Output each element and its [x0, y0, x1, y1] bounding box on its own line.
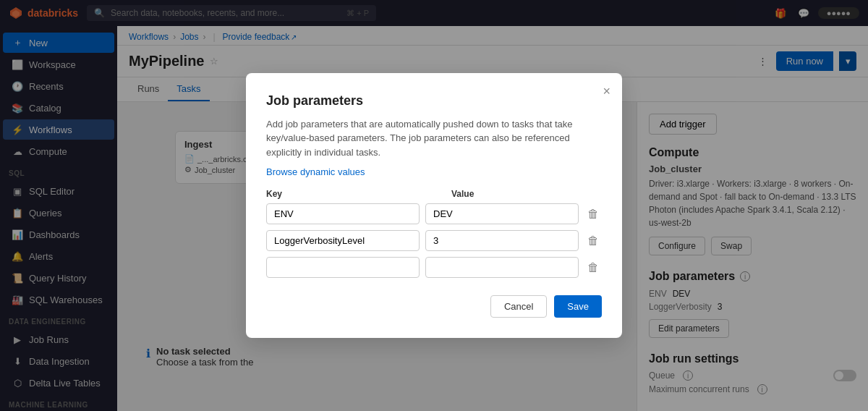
param-1-key-input[interactable]: [266, 203, 420, 224]
params-header: Key Value: [266, 189, 602, 199]
param-3-key-input[interactable]: [266, 257, 420, 278]
param-2-delete-button[interactable]: 🗑: [584, 232, 602, 250]
modal-title: Job parameters: [266, 93, 602, 109]
param-row-2: 🗑: [266, 230, 602, 251]
param-3-value-input[interactable]: [425, 257, 579, 278]
job-parameters-modal: Job parameters × Add job parameters that…: [246, 73, 622, 339]
value-header: Value: [451, 189, 602, 199]
param-1-delete-button[interactable]: 🗑: [584, 205, 602, 224]
param-2-key-input[interactable]: [266, 230, 420, 251]
param-row-1: 🗑: [266, 203, 602, 224]
cancel-button[interactable]: Cancel: [490, 295, 547, 318]
browse-dynamic-values-link[interactable]: Browse dynamic values: [266, 166, 365, 177]
save-button[interactable]: Save: [554, 295, 602, 318]
param-row-3: 🗑: [266, 257, 602, 278]
param-1-value-input[interactable]: [425, 203, 579, 224]
modal-footer: Cancel Save: [266, 295, 602, 318]
modal-description: Add job parameters that are automaticall…: [266, 117, 602, 160]
key-header: Key: [266, 189, 440, 199]
modal-close-button[interactable]: ×: [603, 85, 610, 98]
param-2-value-input[interactable]: [425, 230, 579, 251]
param-3-delete-button[interactable]: 🗑: [584, 258, 602, 277]
modal-overlay[interactable]: Job parameters × Add job parameters that…: [0, 0, 868, 411]
